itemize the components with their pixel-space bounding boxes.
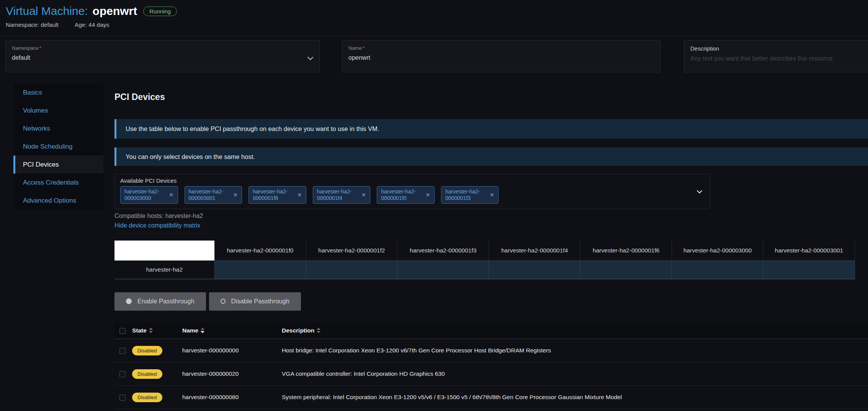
disable-passthrough-icon <box>221 299 226 304</box>
description-field[interactable]: Description Any text you want that bette… <box>684 40 868 72</box>
device-description: System peripheral: Intel Corporation Xeo… <box>282 386 868 409</box>
disable-passthrough-button[interactable]: Disable Passthrough <box>209 292 301 311</box>
content: Basics Volumes Networks Node Scheduling … <box>0 84 868 409</box>
available-pci-devices-select[interactable]: Available PCI Devices harvester-ha2-0000… <box>114 174 710 209</box>
row-checkbox[interactable] <box>119 371 126 377</box>
vm-meta: Namespace: default Age: 44 days <box>6 21 868 28</box>
selected-device-tags: harvester-ha2-000003000 ✕ harvester-ha2-… <box>120 186 705 204</box>
remove-tag-icon[interactable]: ✕ <box>425 192 430 198</box>
name-label: Name* <box>348 45 654 51</box>
matrix-cell <box>214 260 306 279</box>
matrix-column-header: harvester-ha2-000003001 <box>763 241 855 260</box>
name-field[interactable]: Name* openwrt <box>342 40 660 72</box>
info-banner-passthrough: Use the table below to enable PCI passth… <box>114 119 868 139</box>
description-label: Description <box>690 45 868 52</box>
table-header-row: State Name Description <box>114 323 868 339</box>
age-info: Age: 44 days <box>75 21 109 28</box>
namespace-select[interactable]: Namespace* default <box>5 40 320 72</box>
matrix-column-header: harvester-ha2-0000001f0 <box>214 241 306 260</box>
matrix-header-row: harvester-ha2-0000001f0 harvester-ha2-00… <box>114 241 855 260</box>
table-row: Disabled harvester-000000020 VGA compati… <box>114 362 868 386</box>
sidebar-item-pci-devices[interactable]: PCI Devices <box>13 156 103 174</box>
state-badge: Disabled <box>132 393 162 402</box>
select-all-checkbox[interactable] <box>119 328 126 334</box>
namespace-label: Namespace* <box>12 45 313 51</box>
device-tag: harvester-ha2-000003001 ✕ <box>185 186 242 204</box>
device-name: harvester-000000020 <box>182 362 282 386</box>
sidebar-item-node-scheduling[interactable]: Node Scheduling <box>13 138 103 156</box>
device-tag: harvester-ha2-0000001f6 ✕ <box>248 186 306 204</box>
device-tag: harvester-ha2-0000001f3 ✕ <box>441 186 499 204</box>
matrix-cell <box>306 260 397 279</box>
matrix-cell <box>580 260 672 279</box>
device-description: VGA compatible controller: Intel Corpora… <box>282 362 868 386</box>
device-name: harvester-000000000 <box>182 339 282 362</box>
remove-tag-icon[interactable]: ✕ <box>490 192 495 198</box>
sidebar-item-volumes[interactable]: Volumes <box>13 102 103 120</box>
vm-form-row: Namespace* default Name* openwrt Descrip… <box>0 36 868 84</box>
remove-tag-icon[interactable]: ✕ <box>297 192 302 198</box>
sort-icon[interactable] <box>201 327 204 333</box>
table-row: Disabled harvester-000000000 Host bridge… <box>114 339 868 362</box>
vm-name: openwrt <box>93 5 137 18</box>
compatibility-matrix: harvester-ha2-0000001f0 harvester-ha2-00… <box>114 241 855 279</box>
sidebar-item-basics[interactable]: Basics <box>13 84 103 102</box>
state-badge: Disabled <box>132 369 162 379</box>
device-name: harvester-000000080 <box>182 386 282 409</box>
namespace-value: default <box>12 54 313 61</box>
sort-icon[interactable] <box>149 327 153 333</box>
toggle-compatibility-matrix-link[interactable]: Hide device compatibility matrix <box>114 222 868 229</box>
status-badge: Running <box>143 7 177 16</box>
device-tag: harvester-ha2-000003000 ✕ <box>120 186 178 204</box>
pci-devices-table: State Name Description <box>114 323 868 409</box>
pci-devices-panel: PCI Devices Use the table below to enabl… <box>114 84 868 409</box>
matrix-host-row: harvester-ha2 <box>114 260 855 279</box>
row-checkbox[interactable] <box>119 395 126 401</box>
page-title: Virtual Machine: <box>6 5 88 18</box>
matrix-column-header: harvester-ha2-0000001f6 <box>580 241 672 260</box>
page-header: Virtual Machine: openwrt Running Namespa… <box>0 0 868 36</box>
matrix-column-header: harvester-ha2-0000001f2 <box>306 241 397 260</box>
table-row: Disabled harvester-000000080 System peri… <box>114 386 868 409</box>
sidebar: Basics Volumes Networks Node Scheduling … <box>13 84 103 210</box>
matrix-corner-cell <box>114 241 214 260</box>
sidebar-item-advanced-options[interactable]: Advanced Options <box>13 192 103 210</box>
sidebar-item-access-credentials[interactable]: Access Credentials <box>13 174 103 192</box>
remove-tag-icon[interactable]: ✕ <box>233 192 238 198</box>
matrix-column-header: harvester-ha2-0000001f4 <box>489 241 580 260</box>
column-header-name[interactable]: Name <box>182 327 198 334</box>
matrix-column-header: harvester-ha2-0000001f3 <box>397 241 489 260</box>
matrix-cell <box>397 260 489 279</box>
matrix-cell <box>489 260 580 279</box>
available-pci-devices-label: Available PCI Devices <box>120 177 705 184</box>
sort-icon[interactable] <box>317 327 320 333</box>
enable-passthrough-icon <box>126 298 132 304</box>
section-title: PCI Devices <box>114 92 868 102</box>
matrix-host-label: harvester-ha2 <box>114 260 214 279</box>
matrix-cell <box>672 260 763 279</box>
state-badge: Disabled <box>132 346 162 355</box>
device-tag: harvester-ha2-0000001f0 ✕ <box>377 186 435 204</box>
remove-tag-icon[interactable]: ✕ <box>169 192 174 198</box>
row-checkbox[interactable] <box>119 348 126 354</box>
remove-tag-icon[interactable]: ✕ <box>361 192 366 198</box>
matrix-cell <box>763 260 855 279</box>
enable-passthrough-button[interactable]: Enable Passthrough <box>114 292 206 311</box>
column-header-description[interactable]: Description <box>282 327 314 334</box>
device-tag: harvester-ha2-0000001f4 ✕ <box>313 186 371 204</box>
bulk-actions: Enable Passthrough Disable Passthrough <box>114 292 868 311</box>
matrix-column-header: harvester-ha2-000003000 <box>672 241 763 260</box>
info-banner-same-host: You can only select devices on the same … <box>114 147 868 166</box>
sidebar-item-networks[interactable]: Networks <box>13 120 103 138</box>
title-line: Virtual Machine: openwrt Running <box>6 5 868 18</box>
column-header-state[interactable]: State <box>132 327 147 334</box>
device-description: Host bridge: Intel Corporation Xeon E3-1… <box>282 339 868 362</box>
description-placeholder: Any text you want that better describes … <box>690 55 868 62</box>
compatible-hosts-text: Compatible hosts: harvester-ha2 <box>114 213 868 219</box>
name-value: openwrt <box>348 54 654 61</box>
namespace-info: Namespace: default <box>6 21 59 28</box>
